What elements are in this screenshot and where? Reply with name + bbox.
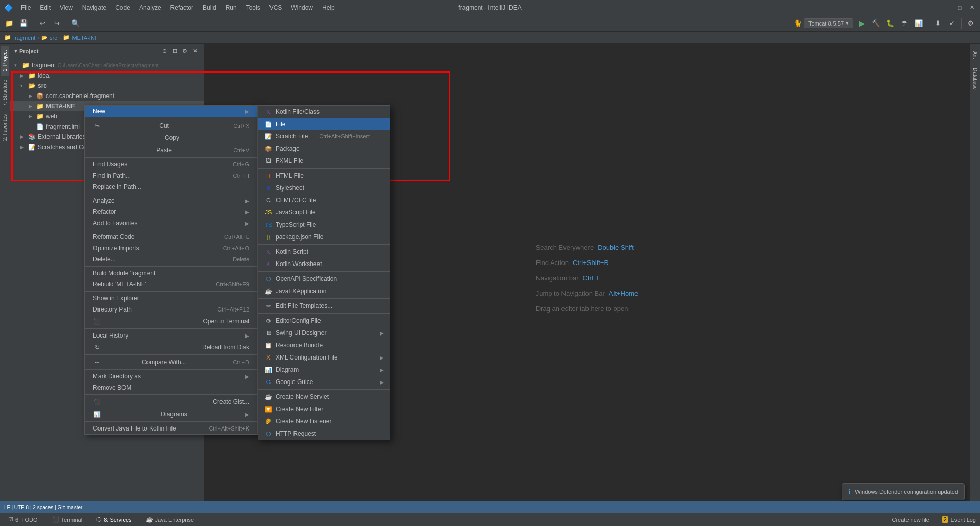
menu-window[interactable]: Window: [287, 3, 317, 13]
menu-file[interactable]: File: [17, 3, 35, 13]
bottom-tab-todo[interactable]: ☑ 6: TODO: [4, 515, 42, 524]
sub-item-file[interactable]: 📄 File: [258, 118, 390, 130]
ctx-item-analyze[interactable]: Analyze ▶: [85, 195, 257, 206]
ctx-item-refactor[interactable]: Refactor ▶: [85, 206, 257, 218]
profile-button[interactable]: 📊: [913, 17, 925, 30]
menu-tools[interactable]: Tools: [242, 3, 264, 13]
sub-item-create-listener[interactable]: 👂 Create New Listener: [258, 415, 390, 427]
toolbar-save-btn[interactable]: 💾: [17, 17, 30, 30]
sub-item-diagram[interactable]: 📊 Diagram ▶: [258, 364, 390, 376]
sub-item-guice[interactable]: G Google Guice ▶: [258, 376, 390, 388]
sub-item-html[interactable]: H HTML File: [258, 170, 390, 182]
menu-run[interactable]: Run: [222, 3, 241, 13]
breadcrumb-metainf[interactable]: META-INF: [72, 35, 98, 41]
sub-item-fxml[interactable]: 🖼 FXML File: [258, 155, 390, 167]
menu-code[interactable]: Code: [111, 3, 134, 13]
ctx-item-new[interactable]: New ▶: [85, 106, 257, 117]
sub-item-create-servlet[interactable]: ☕ Create New Servlet: [258, 391, 390, 403]
toolbar-open-btn[interactable]: 📁: [3, 17, 15, 30]
ctx-item-replace-in-path[interactable]: Replace in Path...: [85, 181, 257, 193]
sub-item-javascript[interactable]: JS JavaScript File: [258, 206, 390, 219]
tree-item-src[interactable]: ▾ 📂 src: [10, 81, 204, 91]
ctx-item-directory-path[interactable]: Directory Path Ctrl+Alt+F12: [85, 304, 257, 315]
toolbar-redo-btn[interactable]: ↪: [51, 17, 63, 30]
ctx-item-cut[interactable]: ✂ Cut Ctrl+X: [85, 119, 257, 132]
vcs-update-btn[interactable]: ⬇: [932, 17, 944, 30]
tree-item-package[interactable]: ▶ 📦 com.caochenlei.fragment: [10, 91, 204, 101]
toolbar-undo-btn[interactable]: ↩: [36, 17, 48, 30]
bottom-tab-services[interactable]: ⬡ 8: Services: [92, 515, 135, 524]
menu-refactor[interactable]: Refactor: [166, 3, 198, 13]
tree-item-idea[interactable]: ▶ 📁 idea: [10, 70, 204, 81]
run-config-selector[interactable]: Tomcat 8.5.57 ▾: [804, 18, 853, 28]
menu-analyze[interactable]: Analyze: [135, 3, 165, 13]
ctx-item-copy[interactable]: Copy: [85, 132, 257, 144]
right-tab-ant[interactable]: Ant: [968, 50, 980, 60]
sub-item-package[interactable]: 📦 Package: [258, 142, 390, 155]
breadcrumb-root[interactable]: fragment: [13, 35, 35, 41]
sub-item-openapi[interactable]: ⬡ OpenAPI Specification: [258, 273, 390, 285]
ctx-item-reload[interactable]: ↻ Reload from Disk: [85, 341, 257, 353]
sub-item-edit-templates[interactable]: ✏ Edit File Templates...: [258, 300, 390, 312]
panel-expand-btn[interactable]: ⊞: [170, 46, 179, 56]
menu-help[interactable]: Help: [318, 3, 339, 13]
sub-item-kotlin-script[interactable]: K Kotlin Script: [258, 246, 390, 258]
sidebar-tab-favorites[interactable]: 2: Favorites: [1, 110, 9, 145]
menu-edit[interactable]: Edit: [36, 3, 55, 13]
ctx-item-mark-dir[interactable]: Mark Directory as ▶: [85, 371, 257, 382]
right-tab-database[interactable]: Database: [968, 66, 980, 91]
sub-item-typescript[interactable]: TS TypeScript File: [258, 219, 390, 231]
ctx-item-create-gist[interactable]: ⚫ Create Gist...: [85, 396, 257, 408]
sub-item-stylesheet[interactable]: S Stylesheet: [258, 182, 390, 194]
ctx-item-convert-kotlin[interactable]: Convert Java File to Kotlin File Ctrl+Al…: [85, 423, 257, 434]
ctx-item-local-history[interactable]: Local History ▶: [85, 330, 257, 341]
ctx-item-delete[interactable]: Delete... Delete: [85, 254, 257, 265]
run-button[interactable]: ▶: [855, 17, 868, 30]
build-button[interactable]: 🔨: [870, 17, 882, 30]
tree-item-fragment[interactable]: ▾ 📁 fragment C:\Users\CaoChenLei\IdeaPro…: [10, 60, 204, 70]
event-log-badge[interactable]: 2: [942, 516, 949, 523]
menu-build[interactable]: Build: [199, 3, 220, 13]
panel-sync-btn[interactable]: ⊙: [160, 46, 169, 56]
ctx-item-rebuild[interactable]: Rebuild 'META-INF' Ctrl+Shift+F9: [85, 279, 257, 290]
ctx-item-diagrams[interactable]: 📊 Diagrams ▶: [85, 408, 257, 420]
sub-item-http-request[interactable]: ⬡ HTTP Request: [258, 427, 390, 440]
ctx-item-open-terminal[interactable]: ⬛ Open in Terminal: [85, 315, 257, 327]
panel-settings-btn[interactable]: ⚙: [180, 46, 189, 56]
panel-close-btn[interactable]: ✕: [190, 46, 200, 56]
event-log-label[interactable]: Event Log: [950, 517, 976, 523]
ctx-item-build-module[interactable]: Build Module 'fragment': [85, 268, 257, 279]
bottom-tab-terminal[interactable]: ⬛ Terminal: [48, 515, 87, 524]
sub-item-xml-config[interactable]: X XML Configuration File ▶: [258, 351, 390, 364]
ctx-item-paste[interactable]: Paste Ctrl+V: [85, 144, 257, 156]
bottom-tab-java-enterprise[interactable]: ☕ Java Enterprise: [142, 515, 198, 524]
coverage-button[interactable]: ☂: [898, 17, 911, 30]
sub-item-cfml[interactable]: C CFML/CFC file: [258, 194, 390, 206]
breadcrumb-src[interactable]: src: [50, 35, 57, 41]
sub-item-package-json[interactable]: {} package.json File: [258, 231, 390, 243]
ctx-item-remove-bom[interactable]: Remove BOM: [85, 382, 257, 393]
sub-item-editorconfig[interactable]: ⚙ EditorConfig File: [258, 315, 390, 327]
sidebar-tab-project[interactable]: 1: Project: [1, 46, 9, 76]
sub-item-kotlin-worksheet[interactable]: K Kotlin Worksheet: [258, 258, 390, 270]
ctx-item-add-favorites[interactable]: Add to Favorites ▶: [85, 218, 257, 229]
vcs-commit-btn[interactable]: ✓: [946, 17, 958, 30]
sub-item-resource-bundle[interactable]: 📋 Resource Bundle: [258, 339, 390, 351]
sub-item-kotlin-class[interactable]: K Kotlin File/Class: [258, 106, 390, 118]
settings-btn[interactable]: ⚙: [965, 17, 977, 30]
ctx-item-find-in-path[interactable]: Find in Path... Ctrl+H: [85, 170, 257, 181]
menu-view[interactable]: View: [56, 3, 77, 13]
ctx-item-optimize-imports[interactable]: Optimize Imports Ctrl+Alt+O: [85, 243, 257, 254]
menu-navigate[interactable]: Navigate: [78, 3, 110, 13]
toolbar-search-btn[interactable]: 🔍: [69, 17, 82, 30]
sub-item-javafx[interactable]: ☕ JavaFXApplication: [258, 285, 390, 297]
ctx-item-compare[interactable]: ↔ Compare With... Ctrl+D: [85, 356, 257, 368]
ctx-item-reformat[interactable]: Reformat Code Ctrl+Alt+L: [85, 231, 257, 243]
close-button[interactable]: ✕: [968, 4, 976, 12]
ctx-item-find-usages[interactable]: Find Usages Ctrl+G: [85, 159, 257, 170]
menu-vcs[interactable]: VCS: [265, 3, 286, 13]
sidebar-tab-structure[interactable]: 7: Structure: [1, 76, 9, 110]
ctx-item-show-explorer[interactable]: Show in Explorer: [85, 293, 257, 304]
sub-item-create-filter[interactable]: 🔽 Create New Filter: [258, 403, 390, 415]
minimize-button[interactable]: ─: [943, 4, 951, 12]
